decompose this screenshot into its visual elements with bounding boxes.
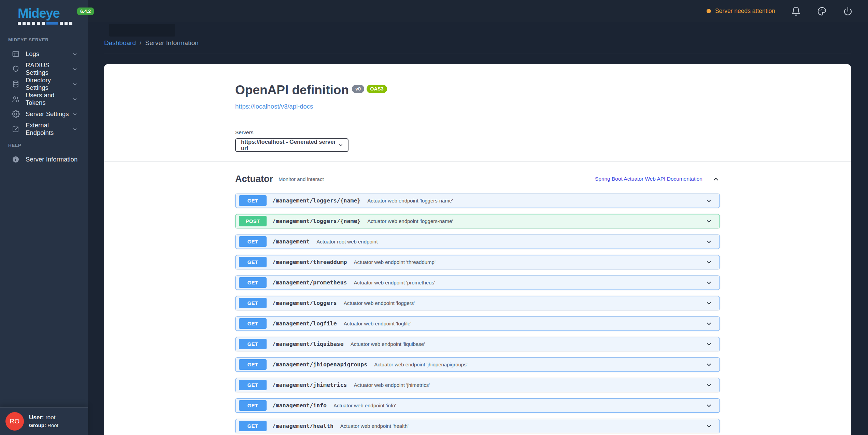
user-line: User: root <box>29 413 58 422</box>
sidebar-item-radius-settings[interactable]: RADIUS Settings <box>0 61 88 76</box>
sidebar-item-server-information[interactable]: Server Information <box>0 152 88 167</box>
chevron-down-icon[interactable] <box>705 381 713 389</box>
sidebar-item-directory-settings[interactable]: Directory Settings <box>0 76 88 92</box>
endpoint-row[interactable]: GET/management/loggers/{name}Actuator we… <box>235 194 720 208</box>
servers-selected-option: https://localhost - Generated server url <box>241 139 338 152</box>
endpoint-path: /management/liquibase <box>272 341 344 347</box>
status-dot-icon <box>707 9 711 13</box>
servers-select[interactable]: https://localhost - Generated server url <box>235 138 348 152</box>
section-title: Actuator <box>235 174 273 184</box>
chevron-down-icon[interactable] <box>705 320 713 327</box>
status-text: Server needs attention <box>715 8 775 15</box>
power-icon[interactable] <box>843 6 853 16</box>
logo-dots-decoration <box>18 22 72 25</box>
endpoint-row[interactable]: POST/management/loggers/{name}Actuator w… <box>235 214 720 228</box>
endpoint-path: /management/loggers/{name} <box>272 197 360 204</box>
bell-icon[interactable] <box>791 6 801 16</box>
sidebar-item-label: Directory Settings <box>26 76 72 92</box>
chevron-down-icon <box>72 51 78 57</box>
method-badge: GET <box>239 359 267 370</box>
chevron-down-icon[interactable] <box>705 422 713 430</box>
endpoint-path: /management/info <box>272 402 327 409</box>
sidebar-item-users-and-tokens[interactable]: Users and Tokens <box>0 92 88 107</box>
chevron-down-icon[interactable] <box>705 258 713 266</box>
sidebar-section-label: MIDEYE SERVER <box>0 31 88 46</box>
endpoint-row[interactable]: GET/management/prometheusActuator web en… <box>235 276 720 290</box>
external-link-icon <box>12 125 20 133</box>
method-badge: GET <box>239 195 267 206</box>
endpoint-description: Actuator web endpoint 'loggers' <box>344 300 415 306</box>
sidebar-section-label: HELP <box>0 137 88 152</box>
endpoint-row[interactable]: GET/management/healthActuator web endpoi… <box>235 419 720 433</box>
endpoint-row[interactable]: GET/management/infoActuator web endpoint… <box>235 398 720 413</box>
chevron-down-icon <box>72 81 78 87</box>
breadcrumb-shadow-decoration <box>109 24 175 37</box>
actuator-section-header[interactable]: Actuator Monitor and interact Spring Boo… <box>235 174 720 189</box>
gear-icon <box>12 110 20 118</box>
info-icon <box>12 155 20 164</box>
method-badge: GET <box>239 339 267 349</box>
chevron-down-icon <box>72 111 78 117</box>
chevron-down-icon[interactable] <box>705 402 713 409</box>
endpoint-row[interactable]: GET/management/liquibaseActuator web end… <box>235 337 720 351</box>
servers-block: Servers https://localhost - Generated se… <box>235 129 720 161</box>
endpoint-description: Actuator root web endpoint <box>316 239 378 244</box>
endpoint-row[interactable]: GET/management/threaddumpActuator web en… <box>235 255 720 269</box>
sidebar-item-server-settings[interactable]: Server Settings <box>0 107 88 122</box>
server-status-badge[interactable]: Server needs attention <box>707 8 775 15</box>
endpoint-description: Actuator web endpoint 'loggers-name' <box>367 218 453 224</box>
users-icon <box>12 95 20 103</box>
version-badge: 6.4.2 <box>77 8 94 15</box>
method-badge: GET <box>239 298 267 308</box>
chevron-down-icon[interactable] <box>705 361 713 368</box>
endpoint-row[interactable]: GET/managementActuator root web endpoint <box>235 235 720 249</box>
logo[interactable]: Mideye 6.4.2 <box>0 0 88 25</box>
database-icon <box>12 80 20 88</box>
sidebar-nav: MIDEYE SERVERLogsRADIUS SettingsDirector… <box>0 31 88 167</box>
content-area: Dashboard / Server Information OpenAPI d… <box>88 22 868 435</box>
chevron-down-icon[interactable] <box>705 218 713 225</box>
chevron-down-icon[interactable] <box>705 238 713 245</box>
breadcrumb-separator: / <box>140 39 141 47</box>
method-badge: GET <box>239 318 267 329</box>
chevron-down-icon[interactable] <box>705 299 713 307</box>
endpoint-path: /management/loggers/{name} <box>272 218 360 224</box>
sidebar-item-label: Server Information <box>26 156 77 163</box>
chevron-down-icon <box>72 96 78 102</box>
user-info-block[interactable]: RO User: root Group: Root <box>0 407 88 435</box>
breadcrumb-link-dashboard[interactable]: Dashboard <box>104 39 136 47</box>
top-bar: Server needs attention <box>88 0 868 22</box>
app-window: Mideye 6.4.2 MIDEYE SERVERLogsRADIUS Set… <box>0 0 868 435</box>
title-row: OpenAPI definition v0 OAS3 <box>235 64 720 97</box>
sidebar-item-logs[interactable]: Logs <box>0 46 88 61</box>
endpoint-path: /management/jhiopenapigroups <box>272 361 367 368</box>
sidebar-item-label: Server Settings <box>26 110 69 118</box>
endpoint-row[interactable]: GET/management/jhimetricsActuator web en… <box>235 378 720 392</box>
spec-url-link[interactable]: https://localhost/v3/api-docs <box>235 103 313 110</box>
chevron-down-icon <box>338 142 344 148</box>
openapi-card: OpenAPI definition v0 OAS3 https://local… <box>104 64 851 435</box>
endpoint-description: Actuator web endpoint 'jhimetrics' <box>354 382 430 388</box>
chevron-down-icon[interactable] <box>705 279 713 286</box>
endpoint-path: /management <box>272 238 310 245</box>
sidebar-item-external-endpoints[interactable]: External Endpoints <box>0 122 88 137</box>
content-divider <box>104 54 851 54</box>
palette-icon[interactable] <box>817 6 827 16</box>
endpoint-row[interactable]: GET/management/loggersActuator web endpo… <box>235 296 720 310</box>
endpoint-description: Actuator web endpoint 'health' <box>340 423 409 429</box>
chevron-up-icon[interactable] <box>712 175 720 183</box>
avatar: RO <box>5 412 24 431</box>
chevron-down-icon[interactable] <box>705 340 713 348</box>
endpoint-path: /management/jhimetrics <box>272 382 347 388</box>
scheme-divider <box>104 161 851 162</box>
endpoint-row[interactable]: GET/management/jhiopenapigroupsActuator … <box>235 357 720 372</box>
method-badge: GET <box>239 380 267 390</box>
group-line: Group: Root <box>29 422 58 429</box>
sidebar-item-label: RADIUS Settings <box>26 61 72 76</box>
method-badge: GET <box>239 277 267 288</box>
endpoint-description: Actuator web endpoint 'prometheus' <box>354 280 435 285</box>
endpoint-path: /management/health <box>272 423 333 429</box>
endpoint-row[interactable]: GET/management/logfileActuator web endpo… <box>235 317 720 331</box>
chevron-down-icon[interactable] <box>705 197 713 205</box>
actuator-doc-link[interactable]: Spring Boot Actuator Web API Documentati… <box>595 176 702 182</box>
